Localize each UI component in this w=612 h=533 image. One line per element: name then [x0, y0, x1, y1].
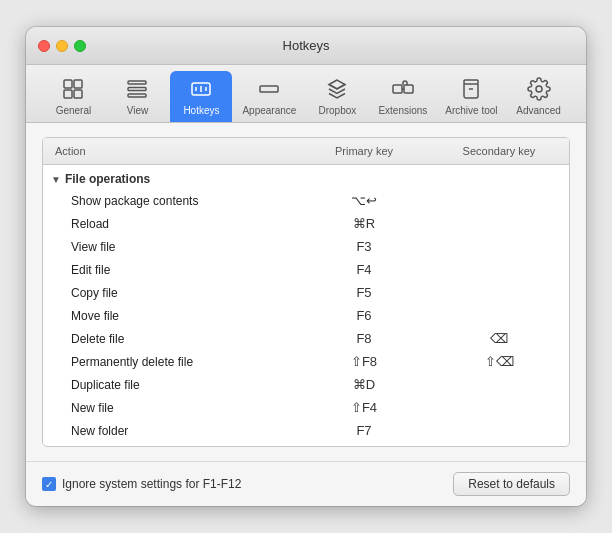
row-primary: F6 [299, 306, 429, 325]
f1-f12-checkbox-label[interactable]: ✓ Ignore system settings for F1-F12 [42, 477, 453, 491]
f1-f12-checkbox[interactable]: ✓ [42, 477, 56, 491]
table-row[interactable]: Reload ⌘R [43, 212, 569, 235]
toolbar-items: General View [42, 71, 569, 122]
table-row[interactable]: Edit file F4 [43, 258, 569, 281]
minimize-button[interactable] [56, 40, 68, 52]
tab-dropbox-label: Dropbox [318, 105, 356, 116]
svg-rect-6 [128, 94, 146, 97]
svg-rect-1 [74, 80, 82, 88]
tab-view-label: View [127, 105, 149, 116]
tab-general[interactable]: General [42, 71, 104, 122]
svg-rect-5 [128, 88, 146, 91]
row-action: Duplicate file [43, 376, 299, 394]
main-window: Hotkeys General [26, 27, 586, 506]
row-action: Edit file [43, 261, 299, 279]
traffic-lights [38, 40, 86, 52]
section-file-operations: ▼ File operations [43, 169, 569, 189]
titlebar: Hotkeys [26, 27, 586, 65]
view-icon [123, 75, 151, 103]
svg-rect-11 [260, 86, 278, 92]
toolbar: General View [26, 65, 586, 123]
svg-rect-4 [128, 81, 146, 84]
svg-rect-0 [64, 80, 72, 88]
content-area: Action Primary key Secondary key ▼ File … [26, 123, 586, 461]
tab-advanced[interactable]: Advanced [508, 71, 570, 122]
row-secondary: ⌫ [429, 329, 569, 348]
f1-f12-label-text: Ignore system settings for F1-F12 [62, 477, 241, 491]
header-action: Action [43, 142, 299, 160]
row-primary: F3 [299, 237, 429, 256]
footer: ✓ Ignore system settings for F1-F12 Rese… [26, 461, 586, 506]
svg-rect-3 [74, 90, 82, 98]
appearance-icon [255, 75, 283, 103]
svg-rect-2 [64, 90, 72, 98]
row-secondary [429, 314, 569, 318]
extensions-icon [389, 75, 417, 103]
table-row[interactable]: Duplicate file ⌘D [43, 373, 569, 396]
header-primary: Primary key [299, 142, 429, 160]
window-title: Hotkeys [283, 38, 330, 53]
row-secondary: ⇧⌫ [429, 352, 569, 371]
tab-archive[interactable]: Archive tool [437, 71, 505, 122]
reset-defaults-button[interactable]: Reset to defauls [453, 472, 570, 496]
row-primary: ⌘D [299, 375, 429, 394]
row-action: Copy file [43, 284, 299, 302]
row-action: Show package contents [43, 192, 299, 210]
table-row[interactable]: Permanently delete file ⇧F8 ⇧⌫ [43, 350, 569, 373]
row-secondary [429, 268, 569, 272]
row-action: New file [43, 399, 299, 417]
tab-extensions-label: Extensions [378, 105, 427, 116]
row-secondary [429, 245, 569, 249]
table-body: ▼ File operations Show package contents … [43, 165, 569, 446]
row-action: Reload [43, 215, 299, 233]
table-row[interactable]: New file ⇧F4 [43, 396, 569, 419]
advanced-icon [525, 75, 553, 103]
row-primary: F4 [299, 260, 429, 279]
row-action: Move file [43, 307, 299, 325]
section-label: File operations [65, 172, 150, 186]
tab-advanced-label: Advanced [516, 105, 560, 116]
tab-extensions[interactable]: Extensions [370, 71, 435, 122]
tab-archive-label: Archive tool [445, 105, 497, 116]
tab-view[interactable]: View [106, 71, 168, 122]
table-row[interactable]: New folder F7 [43, 419, 569, 442]
row-primary: ⌘R [299, 214, 429, 233]
table-row[interactable]: Copy file F5 [43, 281, 569, 304]
collapse-triangle-icon[interactable]: ▼ [51, 174, 61, 185]
tab-dropbox[interactable]: Dropbox [306, 71, 368, 122]
row-action: View file [43, 238, 299, 256]
hotkeys-table: Action Primary key Secondary key ▼ File … [42, 137, 570, 447]
row-primary: ⇧F8 [299, 352, 429, 371]
svg-rect-15 [464, 80, 478, 84]
tab-appearance[interactable]: Appearance [234, 71, 304, 122]
svg-rect-12 [393, 85, 402, 93]
svg-rect-13 [404, 85, 413, 93]
row-action: Permanently delete file [43, 353, 299, 371]
row-primary: F8 [299, 329, 429, 348]
svg-point-17 [536, 86, 542, 92]
close-button[interactable] [38, 40, 50, 52]
row-secondary [429, 222, 569, 226]
table-row[interactable]: Move file F6 [43, 304, 569, 327]
row-secondary [429, 199, 569, 203]
table-header: Action Primary key Secondary key [43, 138, 569, 165]
row-secondary [429, 406, 569, 410]
general-icon [59, 75, 87, 103]
table-row[interactable]: View file F3 [43, 235, 569, 258]
tab-hotkeys-label: Hotkeys [183, 105, 219, 116]
row-primary: F7 [299, 421, 429, 440]
row-secondary [429, 383, 569, 387]
table-row[interactable]: Show package contents ⌥↩ [43, 189, 569, 212]
row-secondary [429, 291, 569, 295]
row-primary: F5 [299, 283, 429, 302]
row-primary: ⇧F4 [299, 398, 429, 417]
header-secondary: Secondary key [429, 142, 569, 160]
tab-hotkeys[interactable]: Hotkeys [170, 71, 232, 122]
maximize-button[interactable] [74, 40, 86, 52]
row-secondary [429, 429, 569, 433]
table-row[interactable]: Delete file F8 ⌫ [43, 327, 569, 350]
tab-appearance-label: Appearance [242, 105, 296, 116]
row-action: Delete file [43, 330, 299, 348]
hotkeys-icon [187, 75, 215, 103]
tab-general-label: General [56, 105, 92, 116]
